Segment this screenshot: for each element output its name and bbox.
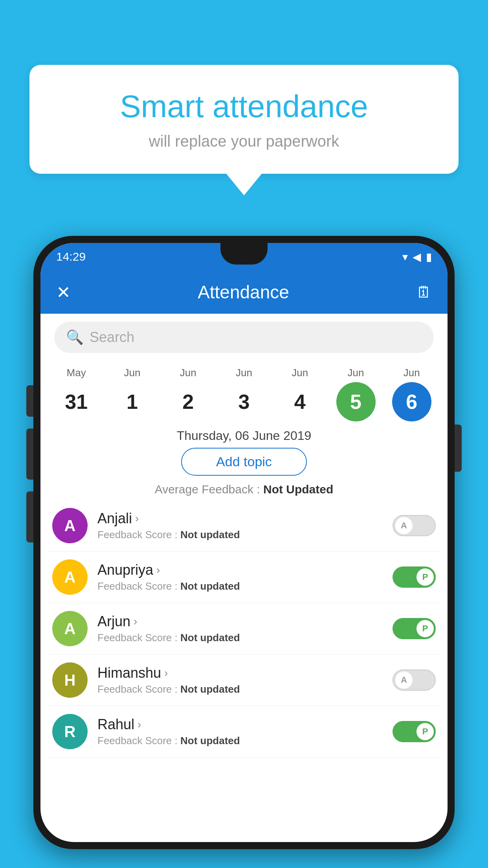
student-info: Arjun ›Feedback Score : Not updated xyxy=(97,613,383,644)
student-info: Rahul ›Feedback Score : Not updated xyxy=(97,716,383,747)
avg-feedback-value: Not Updated xyxy=(263,483,333,496)
student-score: Feedback Score : Not updated xyxy=(97,735,383,747)
chevron-right-icon: › xyxy=(164,667,168,679)
student-info: Himanshu ›Feedback Score : Not updated xyxy=(97,665,383,695)
student-info: Anjali ›Feedback Score : Not updated xyxy=(97,510,383,541)
add-topic-button[interactable]: Add topic xyxy=(181,448,307,476)
phone-frame: 14:29 ▾ ◀ ▮ ✕ Attendance 🗓 🔍 Search May3… xyxy=(33,236,455,849)
search-placeholder: Search xyxy=(90,329,134,346)
student-score: Feedback Score : Not updated xyxy=(97,683,383,695)
calendar-day-4[interactable]: Jun4 xyxy=(274,367,325,421)
cal-num: 31 xyxy=(57,382,96,421)
volume-up-button[interactable] xyxy=(26,385,33,417)
power-button[interactable] xyxy=(455,425,462,472)
speech-bubble: Smart attendance will replace your paper… xyxy=(29,65,459,174)
avatar: A xyxy=(52,559,88,595)
student-item-0[interactable]: AAnjali ›Feedback Score : Not updatedA xyxy=(48,500,440,552)
student-score: Feedback Score : Not updated xyxy=(97,529,383,541)
cal-month: May xyxy=(67,367,86,379)
student-name: Anjali › xyxy=(97,510,383,527)
phone-screen: 14:29 ▾ ◀ ▮ ✕ Attendance 🗓 🔍 Search May3… xyxy=(40,243,448,842)
avatar: A xyxy=(52,611,88,646)
student-item-4[interactable]: RRahul ›Feedback Score : Not updatedP xyxy=(48,706,440,758)
calendar-day-1[interactable]: Jun1 xyxy=(106,367,158,421)
chevron-right-icon: › xyxy=(135,512,139,525)
attendance-toggle[interactable]: P xyxy=(393,566,436,588)
attendance-toggle[interactable]: P xyxy=(393,618,436,639)
cal-month: Jun xyxy=(404,367,420,379)
speech-bubble-container: Smart attendance will replace your paper… xyxy=(29,65,459,195)
cal-num: 5 xyxy=(336,382,376,421)
average-feedback: Average Feedback : Not Updated xyxy=(40,476,448,500)
calendar-day-2[interactable]: Jun2 xyxy=(163,367,214,421)
close-button[interactable]: ✕ xyxy=(56,282,71,302)
battery-icon: ▮ xyxy=(426,250,432,263)
chevron-right-icon: › xyxy=(138,718,141,731)
cal-num: 4 xyxy=(280,382,319,421)
avatar: R xyxy=(52,714,88,749)
calendar-day-3[interactable]: Jun3 xyxy=(218,367,270,421)
wifi-icon: ▾ xyxy=(402,250,408,263)
signal-icon: ◀ xyxy=(413,250,421,263)
avatar: H xyxy=(52,662,88,698)
cal-month: Jun xyxy=(180,367,196,379)
cal-num: 2 xyxy=(169,382,208,421)
speech-bubble-title: Smart attendance xyxy=(57,88,431,125)
student-info: Anupriya ›Feedback Score : Not updated xyxy=(97,562,383,592)
side-button-3[interactable] xyxy=(26,491,33,542)
student-name: Arjun › xyxy=(97,613,383,630)
attendance-toggle[interactable]: A xyxy=(393,669,436,691)
toggle-knob: P xyxy=(416,723,434,740)
volume-down-button[interactable] xyxy=(26,428,33,480)
student-score: Feedback Score : Not updated xyxy=(97,632,383,644)
cal-num: 3 xyxy=(224,382,264,421)
calendar-day-6[interactable]: Jun6 xyxy=(386,367,437,421)
chevron-right-icon: › xyxy=(134,615,137,628)
toggle-knob: P xyxy=(416,620,434,637)
attendance-toggle[interactable]: P xyxy=(393,721,436,742)
toggle-knob: A xyxy=(395,671,413,689)
app-bar: ✕ Attendance 🗓 xyxy=(40,270,448,314)
student-name: Himanshu › xyxy=(97,665,383,681)
student-score: Feedback Score : Not updated xyxy=(97,580,383,592)
cal-month: Jun xyxy=(236,367,252,379)
app-bar-title: Attendance xyxy=(71,281,416,303)
student-item-3[interactable]: HHimanshu ›Feedback Score : Not updatedA xyxy=(48,655,440,706)
selected-date-label: Thursday, 06 June 2019 xyxy=(40,421,448,448)
student-item-2[interactable]: AArjun ›Feedback Score : Not updatedP xyxy=(48,603,440,655)
student-item-1[interactable]: AAnupriya ›Feedback Score : Not updatedP xyxy=(48,552,440,603)
cal-month: Jun xyxy=(124,367,140,379)
avg-feedback-label: Average Feedback : xyxy=(155,483,260,496)
status-icons: ▾ ◀ ▮ xyxy=(402,250,432,263)
speech-bubble-subtitle: will replace your paperwork xyxy=(57,132,431,150)
chevron-right-icon: › xyxy=(156,564,160,576)
student-name: Anupriya › xyxy=(97,562,383,578)
phone-notch xyxy=(220,243,268,265)
student-list: AAnjali ›Feedback Score : Not updatedAAA… xyxy=(40,500,448,758)
toggle-knob: P xyxy=(416,568,434,586)
cal-month: Jun xyxy=(348,367,364,379)
calendar-strip: May31Jun1Jun2Jun3Jun4Jun5Jun6 xyxy=(40,361,448,421)
toggle-knob: A xyxy=(395,517,413,534)
search-bar[interactable]: 🔍 Search xyxy=(54,322,434,353)
calendar-icon[interactable]: 🗓 xyxy=(416,283,432,301)
speech-bubble-tail xyxy=(226,174,262,195)
student-name: Rahul › xyxy=(97,716,383,733)
calendar-day-0[interactable]: May31 xyxy=(51,367,102,421)
status-time: 14:29 xyxy=(56,250,86,263)
calendar-day-5[interactable]: Jun5 xyxy=(330,367,382,421)
attendance-toggle[interactable]: A xyxy=(393,515,436,536)
cal-num: 1 xyxy=(112,382,152,421)
search-icon: 🔍 xyxy=(66,329,84,346)
cal-month: Jun xyxy=(292,367,308,379)
avatar: A xyxy=(52,508,88,543)
cal-num: 6 xyxy=(392,382,431,421)
